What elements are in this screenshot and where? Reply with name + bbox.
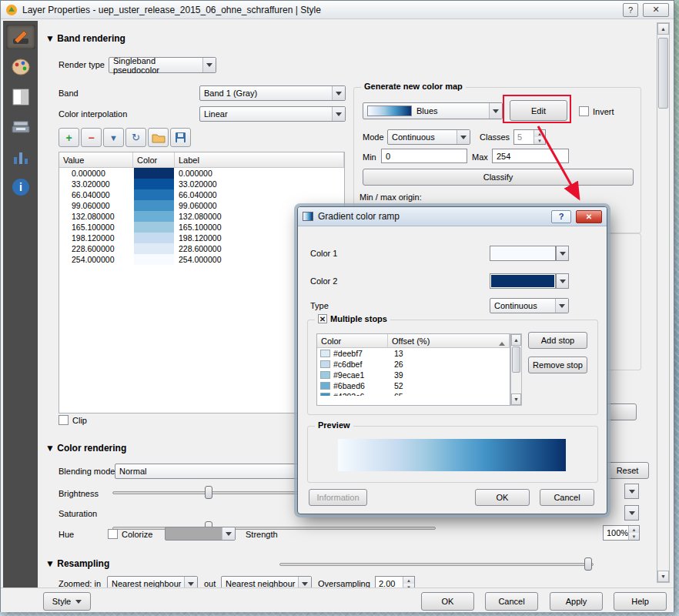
tab-pyramids[interactable] xyxy=(6,115,35,139)
band-rendering-header[interactable]: ▼ Band rendering xyxy=(45,33,125,44)
stops-scrollbar[interactable]: ▲ ▼ xyxy=(510,333,522,406)
reset-button[interactable]: Reset xyxy=(606,462,649,479)
color-table-toolbar: + − ▼ ↻ xyxy=(59,128,192,148)
band-select[interactable]: Band 1 (Gray) xyxy=(199,85,346,101)
table-row[interactable]: 0.000000 0.000000 xyxy=(59,168,344,179)
scrollbar-thumb[interactable] xyxy=(512,346,520,373)
stop-color-swatch xyxy=(320,393,330,396)
dialog-ok-button[interactable]: OK xyxy=(475,489,530,506)
color-ramp-select[interactable]: Blues xyxy=(363,102,503,119)
cancel-button[interactable]: Cancel xyxy=(485,592,538,611)
color1-swatch[interactable] xyxy=(490,246,556,261)
multiple-stops-checkbox[interactable]: ✕ Multiple stops xyxy=(315,314,390,323)
classes-spinner[interactable]: 5 ▲▼ xyxy=(513,129,546,145)
dialog-cancel-button[interactable]: Cancel xyxy=(540,489,594,506)
slider-thumb[interactable] xyxy=(584,557,592,571)
stop-row[interactable]: #deebf7 13 xyxy=(317,348,510,359)
add-stop-button[interactable]: Add stop xyxy=(528,332,587,349)
apply-button[interactable]: Apply xyxy=(550,592,603,611)
dialog-help-button[interactable]: ? xyxy=(551,210,571,223)
spinner-arrows-icon[interactable]: ▲▼ xyxy=(628,526,639,540)
color2-dropdown[interactable] xyxy=(556,273,569,289)
mode-select[interactable]: Continuous xyxy=(387,129,470,145)
table-row[interactable]: 66.040000 66.040000 xyxy=(59,189,344,200)
classify-button[interactable]: Classify xyxy=(363,169,634,186)
dropdown-arrow-icon xyxy=(629,511,635,518)
clipped-combo-fragment[interactable] xyxy=(624,484,639,499)
ok-button[interactable]: OK xyxy=(421,592,474,611)
colorize-color-select[interactable] xyxy=(165,527,236,541)
stop-hex: #c6dbef xyxy=(333,360,362,369)
label-cell: 0.000000 xyxy=(175,168,344,179)
dropdown-arrow-icon xyxy=(560,280,566,286)
window-scrollbar[interactable]: ▲ ▼ xyxy=(657,22,670,583)
window-close-button[interactable]: ✕ xyxy=(643,3,669,17)
load-colormap-button[interactable] xyxy=(148,128,169,147)
resampling-header[interactable]: ▼ Resampling xyxy=(45,558,109,569)
hue-label: Hue xyxy=(59,530,74,539)
transparency-icon xyxy=(12,89,29,105)
sort-button[interactable]: ▼ xyxy=(103,128,124,147)
label-column-header[interactable]: Label xyxy=(175,152,344,167)
style-menu-button[interactable]: Style xyxy=(43,592,91,611)
color-column-header[interactable]: Color xyxy=(133,152,175,167)
stop-row[interactable]: #9ecae1 39 xyxy=(317,370,510,380)
strength-slider[interactable] xyxy=(279,557,594,572)
strength-spinner[interactable]: 100% ▲▼ xyxy=(603,525,640,541)
invert-checkbox[interactable]: Invert xyxy=(579,106,614,116)
type-select[interactable]: Continuous xyxy=(490,298,569,313)
value-column-header[interactable]: Value xyxy=(59,152,133,167)
stop-offset-header[interactable]: Offset (%) xyxy=(388,334,510,347)
tab-histogram[interactable] xyxy=(6,145,35,169)
refresh-icon: ↻ xyxy=(132,132,140,143)
stop-offset: 39 xyxy=(388,370,403,380)
window-titlebar[interactable]: Layer Properties - uep_uster_release_201… xyxy=(1,1,674,19)
refresh-button[interactable]: ↻ xyxy=(125,128,146,147)
tab-general[interactable] xyxy=(6,25,35,49)
scroll-down-icon[interactable]: ▼ xyxy=(657,571,669,582)
add-entry-button[interactable]: + xyxy=(59,128,79,147)
stop-color-header[interactable]: Color xyxy=(317,334,388,347)
checkbox-checked-icon: ✕ xyxy=(318,314,327,323)
tab-style[interactable] xyxy=(6,55,35,79)
scroll-up-icon[interactable]: ▲ xyxy=(657,23,669,35)
clip-checkbox[interactable]: Clip xyxy=(59,415,87,425)
stops-table[interactable]: Color Offset (%) #deebf7 13 xyxy=(316,333,510,406)
information-button[interactable]: Information xyxy=(309,489,367,506)
scroll-up-icon[interactable]: ▲ xyxy=(511,334,521,346)
color1-dropdown[interactable] xyxy=(556,246,569,261)
stops-table-body: #deebf7 13 #c6dbef 26 xyxy=(317,348,510,396)
window-help-button[interactable]: ? xyxy=(623,3,638,17)
slider-thumb[interactable] xyxy=(205,486,212,499)
render-type-select[interactable]: Singleband pseudocolor xyxy=(109,57,216,73)
max-input[interactable]: 254 xyxy=(492,149,569,163)
checkbox-icon xyxy=(108,529,118,539)
scroll-down-icon[interactable]: ▼ xyxy=(511,393,521,405)
remove-stop-button[interactable]: Remove stop xyxy=(528,357,587,373)
value-cell: 66.040000 xyxy=(59,189,133,200)
save-colormap-button[interactable] xyxy=(170,128,191,147)
color-interpolation-select[interactable]: Linear xyxy=(199,106,346,122)
stop-row[interactable]: #c6dbef 26 xyxy=(317,359,510,370)
dropdown-arrow-icon xyxy=(560,252,566,259)
table-row[interactable]: 33.020000 33.020000 xyxy=(59,179,344,189)
help-button[interactable]: Help xyxy=(614,592,667,611)
stop-row[interactable]: #6baed6 52 xyxy=(317,380,510,391)
color-swatch xyxy=(134,211,174,222)
color2-swatch[interactable] xyxy=(490,273,556,289)
stop-row[interactable]: #4292c6 65 xyxy=(317,391,510,396)
clipped-combo-fragment[interactable] xyxy=(624,505,639,521)
spinner-arrows-icon[interactable]: ▲▼ xyxy=(534,130,545,144)
tab-metadata[interactable]: i xyxy=(6,175,35,199)
tab-transparency[interactable] xyxy=(6,85,35,109)
dialog-titlebar[interactable]: Gradient color ramp ? ✕ xyxy=(298,207,607,226)
scrollbar-thumb[interactable] xyxy=(658,38,668,109)
dialog-close-button[interactable]: ✕ xyxy=(576,210,602,223)
color-rendering-header[interactable]: ▼ Color rendering xyxy=(45,443,126,454)
min-input[interactable]: 0 xyxy=(381,149,467,163)
remove-entry-button[interactable]: − xyxy=(81,128,102,147)
dropdown-arrow-icon xyxy=(202,58,216,72)
stop-color-swatch xyxy=(320,371,330,379)
band-label: Band xyxy=(59,89,79,98)
colorize-checkbox[interactable]: Colorize xyxy=(108,529,152,539)
